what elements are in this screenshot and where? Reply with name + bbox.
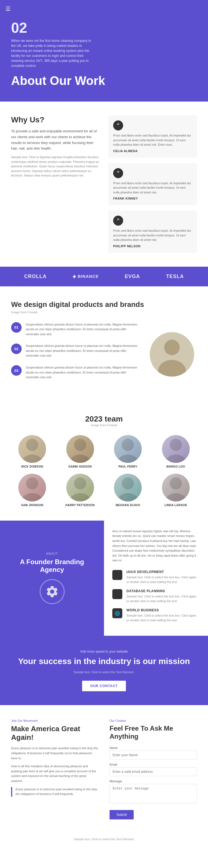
movement-text-2: How is all this mistaken idea of denounc… xyxy=(11,764,99,783)
message-label: Message xyxy=(109,779,197,783)
gear-icon xyxy=(45,585,59,598)
member-avatar-2 xyxy=(66,435,94,463)
design-image-credit: Image from Freepik xyxy=(11,311,197,314)
person-circle-image xyxy=(150,332,194,377)
our-contact-button[interactable]: OUR CONTACT xyxy=(82,681,126,691)
service-title-3: WORLD BUSINESS xyxy=(127,608,200,612)
design-content: 01 Suspendisse ultrices gravida dictum f… xyxy=(11,322,197,387)
team-image-credit: Image from Freepik xyxy=(11,424,197,427)
design-section-title: We design digital products and brands xyxy=(11,300,197,309)
member-avatar-3 xyxy=(114,435,142,463)
member-name-3: PAUL PERRY xyxy=(118,465,137,468)
why-us-section: Why Us? To provide a safe and enjoyable … xyxy=(0,101,208,267)
email-label: Email xyxy=(109,763,197,766)
why-us-description: To provide a safe and enjoyable environm… xyxy=(11,128,100,152)
brand-tesla: TESLA xyxy=(166,274,184,279)
svg-point-16 xyxy=(117,493,138,501)
gear-icon-wrap xyxy=(40,579,65,604)
email-input[interactable] xyxy=(109,767,197,776)
mission-sample: Sample text. Click to select the Text El… xyxy=(11,671,197,674)
svg-point-11 xyxy=(26,477,38,490)
service-text-1: Sample text. Click to select the text bo… xyxy=(127,575,200,584)
quote-icon-1: " xyxy=(113,120,123,130)
why-us-title: Why Us? xyxy=(11,116,100,124)
svg-point-15 xyxy=(122,477,134,490)
svg-point-4 xyxy=(22,455,43,463)
member-name-4: MARGO LOO xyxy=(166,465,185,468)
step-text-3: Suspendisse ultrices gravida dictum fusc… xyxy=(26,365,139,380)
service-item-1: 🖥 UI/UX DEVELOPMENT Sample text. Click t… xyxy=(112,570,200,584)
step-text-1: Suspendisse ultrices gravida dictum fusc… xyxy=(26,322,139,337)
submit-button[interactable]: Submit xyxy=(109,810,134,819)
branding-left: ABOUT A Founder Branding Agency xyxy=(0,521,104,636)
service-icon-1: 🖥 xyxy=(112,570,122,580)
team-member-5: SAM JHONSON xyxy=(11,474,54,507)
quote-icon-3: " xyxy=(113,216,123,226)
service-icon-2: 🗄 xyxy=(112,589,122,599)
name-input[interactable] xyxy=(109,751,197,760)
hero-title: About Our Work xyxy=(11,74,197,88)
contact-section-label: Our Contact xyxy=(109,719,197,722)
team-member-8: LINDA LARSON xyxy=(155,474,197,507)
bottom-section: Join Our Movement Make America Great Aga… xyxy=(0,705,208,833)
brand-binance: ◈ BINANCE xyxy=(73,274,99,279)
movement-side: Join Our Movement Make America Great Aga… xyxy=(11,719,99,819)
contact-form-title: Feel Free To Ask Me Anything xyxy=(109,724,197,741)
svg-point-5 xyxy=(74,439,86,451)
step-item-3: 03 Suspendisse ultrices gravida dictum f… xyxy=(11,365,139,380)
step-text-2: Suspendisse ultrices gravida dictum fusc… xyxy=(26,344,139,358)
team-member-6: HARRY PATTERSON xyxy=(59,474,102,507)
member-silhouette-5 xyxy=(18,474,46,501)
brand-evga: EVGA xyxy=(125,274,140,279)
member-name-2: GABBI HUDSON xyxy=(69,465,92,468)
svg-point-3 xyxy=(26,439,38,451)
testimonial-name-1: CELIA ALMEDA xyxy=(113,149,192,153)
member-name-6: HARRY PATTERSON xyxy=(65,504,95,507)
why-us-left: Why Us? To provide a safe and enjoyable … xyxy=(11,116,100,253)
about-label: ABOUT xyxy=(46,552,58,555)
service-item-3: 🌐 WORLD BUSINESS Sample text. Click to s… xyxy=(112,608,200,622)
testimonial-name-3: PHILIPP NELSON xyxy=(113,245,192,248)
svg-point-12 xyxy=(22,493,43,501)
design-image xyxy=(147,322,197,387)
globe-icon: 🌐 xyxy=(114,611,120,616)
svg-point-9 xyxy=(170,439,182,451)
svg-point-10 xyxy=(165,455,186,463)
branding-section: ABOUT A Founder Branding Agency Arcu in … xyxy=(0,521,208,636)
quote-icon-2: " xyxy=(113,168,123,178)
svg-point-8 xyxy=(117,455,138,463)
team-grid: NICK DOWSON GABBI HUDSON PAUL PERRY xyxy=(11,435,197,507)
member-name-8: LINDA LARSON xyxy=(165,504,187,507)
footer-sample-text: Sample text. Click to select the Text El… xyxy=(0,833,208,848)
service-content-3: WORLD BUSINESS Sample text. Click to sel… xyxy=(127,608,200,622)
why-us-right: " Proin sed libero enim sed faucibus tur… xyxy=(108,116,197,253)
testimonial-name-2: FRANK KINNEY xyxy=(113,197,192,200)
member-name-1: NICK DOWSON xyxy=(21,465,43,468)
member-avatar-5 xyxy=(18,474,46,501)
name-label: Name xyxy=(109,746,197,749)
svg-point-1 xyxy=(164,340,180,355)
step-number-3: 03 xyxy=(11,365,22,376)
branding-description: Arcu in odeset aroset egestas higher was… xyxy=(112,529,200,563)
testimonial-card-1: " Proin sed libero enim sed faucibus tur… xyxy=(108,116,197,158)
svg-point-14 xyxy=(70,493,91,501)
member-silhouette-6 xyxy=(66,474,94,501)
mission-section: Add more speed to your website Your succ… xyxy=(0,636,208,705)
team-header: 2023 team Image from Freepik xyxy=(11,414,197,427)
member-avatar-6 xyxy=(66,474,94,501)
testimonial-card-2: " Proin sed libero enim sed faucibus tur… xyxy=(108,163,197,205)
hero-number: 02 xyxy=(11,20,197,36)
brand-crolla: CROLLA xyxy=(24,274,46,279)
testimonial-text-2: Proin sed libero enim sed faucibus turpi… xyxy=(113,181,192,195)
brands-section: CROLLA ◈ BINANCE EVGA TESLA xyxy=(0,267,208,286)
hamburger-button[interactable]: ☰ xyxy=(5,5,10,12)
email-form-group: Email xyxy=(109,763,197,776)
member-silhouette-7 xyxy=(114,474,142,501)
hero-subtitle: When we were not the first home cleaning… xyxy=(11,38,94,68)
service-icon-3: 🌐 xyxy=(112,608,122,618)
team-member-3: PAUL PERRY xyxy=(107,435,149,468)
svg-point-6 xyxy=(70,455,91,463)
branding-title: A Founder Branding Agency xyxy=(8,558,96,574)
message-textarea[interactable] xyxy=(109,784,197,803)
team-member-4: MARGO LOO xyxy=(155,435,197,468)
